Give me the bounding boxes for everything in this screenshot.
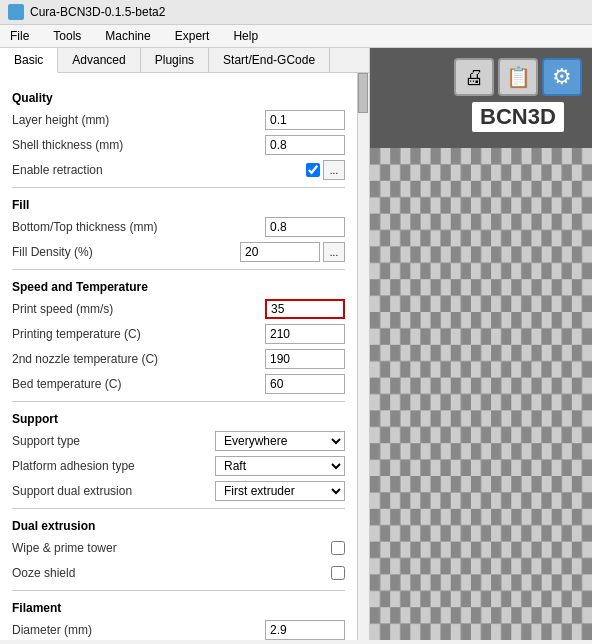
menu-help[interactable]: Help xyxy=(227,27,264,45)
checkered-floor xyxy=(370,148,592,640)
second-nozzle-temp-label: 2nd nozzle temperature (C) xyxy=(12,352,265,366)
layer-height-input[interactable] xyxy=(265,110,345,130)
wipe-prime-tower-row: Wipe & prime tower xyxy=(12,537,345,559)
shell-thickness-row: Shell thickness (mm) xyxy=(12,134,345,156)
print-speed-label: Print speed (mm/s) xyxy=(12,302,265,316)
shell-thickness-label: Shell thickness (mm) xyxy=(12,138,265,152)
bottom-top-thickness-input[interactable] xyxy=(265,217,345,237)
tab-plugins[interactable]: Plugins xyxy=(141,48,209,72)
section-support-header: Support xyxy=(12,412,345,426)
main-container: Basic Advanced Plugins Start/End-GCode Q… xyxy=(0,48,592,640)
support-dual-extrusion-row: Support dual extrusion First extruder Se… xyxy=(12,480,345,502)
section-quality-header: Quality xyxy=(12,91,345,105)
support-dual-extrusion-select[interactable]: First extruder Second extruder xyxy=(215,481,345,501)
diameter-label: Diameter (mm) xyxy=(12,623,265,637)
scrollbar[interactable] xyxy=(357,73,369,640)
layer-height-label: Layer height (mm) xyxy=(12,113,265,127)
support-type-select[interactable]: Everywhere Touching buildplate None xyxy=(215,431,345,451)
platform-adhesion-select[interactable]: Raft Brim None xyxy=(215,456,345,476)
wipe-prime-tower-checkbox[interactable] xyxy=(331,541,345,555)
scrollbar-thumb[interactable] xyxy=(358,73,368,113)
menu-file[interactable]: File xyxy=(4,27,35,45)
print-speed-input[interactable] xyxy=(265,299,345,319)
fill-density-label: Fill Density (%) xyxy=(12,245,240,259)
section-fill-header: Fill xyxy=(12,198,345,212)
retraction-dots-button[interactable]: ... xyxy=(323,160,345,180)
enable-retraction-label: Enable retraction xyxy=(12,163,306,177)
checker-svg xyxy=(370,148,592,640)
divider-3 xyxy=(12,401,345,402)
printing-temp-row: Printing temperature (C) xyxy=(12,323,345,345)
bed-temp-label: Bed temperature (C) xyxy=(12,377,265,391)
app-icon xyxy=(8,4,24,20)
support-dual-extrusion-label: Support dual extrusion xyxy=(12,484,215,498)
svg-rect-4 xyxy=(370,148,592,640)
ooze-shield-row: Ooze shield xyxy=(12,562,345,584)
menu-machine[interactable]: Machine xyxy=(99,27,156,45)
shell-thickness-input[interactable] xyxy=(265,135,345,155)
bcn3d-logo-text: BCN3D xyxy=(472,102,564,132)
tab-bar: Basic Advanced Plugins Start/End-GCode xyxy=(0,48,369,73)
document-icon: 📋 xyxy=(506,65,531,89)
bed-temp-input[interactable] xyxy=(265,374,345,394)
divider-4 xyxy=(12,508,345,509)
window-title: Cura-BCN3D-0.1.5-beta2 xyxy=(30,5,165,19)
bottom-top-thickness-row: Bottom/Top thickness (mm) xyxy=(12,216,345,238)
printer-icon: 🖨 xyxy=(464,66,484,89)
second-nozzle-temp-row: 2nd nozzle temperature (C) xyxy=(12,348,345,370)
section-speed-temp-header: Speed and Temperature xyxy=(12,280,345,294)
divider-1 xyxy=(12,187,345,188)
ooze-shield-checkbox[interactable] xyxy=(331,566,345,580)
settings-panel: Quality Layer height (mm) Shell thicknes… xyxy=(0,73,357,640)
bed-temp-row: Bed temperature (C) xyxy=(12,373,345,395)
menu-bar: File Tools Machine Expert Help xyxy=(0,25,592,48)
second-nozzle-temp-input[interactable] xyxy=(265,349,345,369)
logo-icons: 🖨 📋 ⚙ xyxy=(454,58,582,96)
section-filament-header: Filament xyxy=(12,601,345,615)
fill-density-row: Fill Density (%) ... xyxy=(12,241,345,263)
printing-temp-input[interactable] xyxy=(265,324,345,344)
support-type-row: Support type Everywhere Touching buildpl… xyxy=(12,430,345,452)
fill-density-input[interactable] xyxy=(240,242,320,262)
print-speed-row: Print speed (mm/s) xyxy=(12,298,345,320)
menu-expert[interactable]: Expert xyxy=(169,27,216,45)
gear-icon: ⚙ xyxy=(552,64,572,90)
left-panel: Basic Advanced Plugins Start/End-GCode Q… xyxy=(0,48,370,640)
tab-start-end-gcode[interactable]: Start/End-GCode xyxy=(209,48,330,72)
3d-viewport: 🖨 📋 ⚙ BCN3D xyxy=(370,48,592,640)
printing-temp-label: Printing temperature (C) xyxy=(12,327,265,341)
enable-retraction-row: Enable retraction ... xyxy=(12,159,345,181)
wipe-prime-tower-label: Wipe & prime tower xyxy=(12,541,331,555)
layer-height-row: Layer height (mm) xyxy=(12,109,345,131)
tab-advanced[interactable]: Advanced xyxy=(58,48,140,72)
enable-retraction-checkbox[interactable] xyxy=(306,163,320,177)
diameter-input[interactable] xyxy=(265,620,345,640)
tab-basic[interactable]: Basic xyxy=(0,48,58,73)
section-dual-extrusion-header: Dual extrusion xyxy=(12,519,345,533)
bottom-top-thickness-label: Bottom/Top thickness (mm) xyxy=(12,220,265,234)
gear-icon-box: ⚙ xyxy=(542,58,582,96)
divider-5 xyxy=(12,590,345,591)
document-icon-box: 📋 xyxy=(498,58,538,96)
support-type-label: Support type xyxy=(12,434,215,448)
title-bar: Cura-BCN3D-0.1.5-beta2 xyxy=(0,0,592,25)
menu-tools[interactable]: Tools xyxy=(47,27,87,45)
diameter-row: Diameter (mm) xyxy=(12,619,345,640)
ooze-shield-label: Ooze shield xyxy=(12,566,331,580)
platform-adhesion-label: Platform adhesion type xyxy=(12,459,215,473)
platform-adhesion-row: Platform adhesion type Raft Brim None xyxy=(12,455,345,477)
bcn3d-logo-area: 🖨 📋 ⚙ BCN3D xyxy=(454,58,582,132)
printer-icon-box: 🖨 xyxy=(454,58,494,96)
fill-density-dots-button[interactable]: ... xyxy=(323,242,345,262)
divider-2 xyxy=(12,269,345,270)
